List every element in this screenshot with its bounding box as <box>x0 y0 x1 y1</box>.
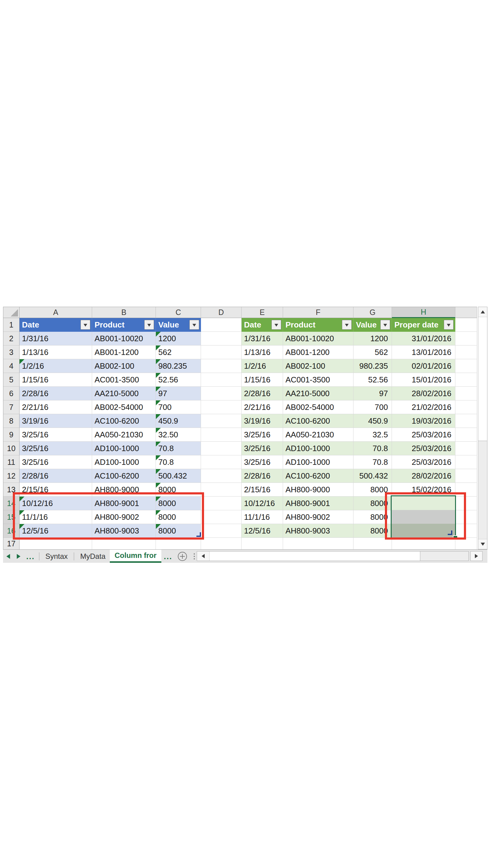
cell-G5[interactable]: 52.56 <box>354 373 392 387</box>
cell-B6[interactable]: AA210-5000 <box>92 387 156 400</box>
tab-overflow-right[interactable]: ... <box>161 553 175 559</box>
cell-I1[interactable] <box>455 318 477 332</box>
cell-F8[interactable]: AC100-6200 <box>283 414 354 428</box>
cell-H14[interactable] <box>392 497 455 510</box>
cell-B11[interactable]: AD100-1000 <box>92 455 156 469</box>
row-header-13[interactable]: 13 <box>3 483 20 497</box>
cell-A14[interactable]: 10/12/16 <box>20 497 92 510</box>
cell-B9[interactable]: AA050-21030 <box>92 428 156 442</box>
cell-G4[interactable]: 980.235 <box>354 359 392 373</box>
row-header-6[interactable]: 6 <box>3 387 20 400</box>
cell-C4[interactable]: 980.235 <box>156 359 201 373</box>
cell-H9[interactable]: 25/03/2016 <box>392 428 455 442</box>
sheet-nav-prev-button[interactable] <box>3 550 13 563</box>
row-header-17[interactable]: 17 <box>3 538 20 550</box>
header-cell-C1[interactable]: Value <box>156 318 201 332</box>
cell-H17[interactable] <box>392 538 455 550</box>
cell-A8[interactable]: 3/19/16 <box>20 414 92 428</box>
cell-D15[interactable] <box>201 510 241 524</box>
cell-A4[interactable]: 1/2/16 <box>20 359 92 373</box>
cell-E17[interactable] <box>241 538 283 550</box>
cell-A9[interactable]: 3/25/16 <box>20 428 92 442</box>
cell-B13[interactable]: AH800-9000 <box>92 483 156 497</box>
column-header-H[interactable]: H <box>392 307 455 318</box>
cell-C7[interactable]: 700 <box>156 400 201 414</box>
cell-I7[interactable] <box>455 400 477 414</box>
cell-D8[interactable] <box>201 414 241 428</box>
cell-C5[interactable]: 52.56 <box>156 373 201 387</box>
cell-B10[interactable]: AD100-1000 <box>92 442 156 455</box>
cell-E5[interactable]: 1/15/16 <box>241 373 283 387</box>
column-header-A[interactable]: A <box>20 307 92 318</box>
cell-C10[interactable]: 70.8 <box>156 442 201 455</box>
cell-H15[interactable] <box>392 510 455 524</box>
column-header-partial[interactable] <box>455 307 477 318</box>
cell-I10[interactable] <box>455 442 477 455</box>
cell-G6[interactable]: 97 <box>354 387 392 400</box>
cell-B5[interactable]: AC001-3500 <box>92 373 156 387</box>
cell-D12[interactable] <box>201 469 241 483</box>
cell-E9[interactable]: 3/25/16 <box>241 428 283 442</box>
cell-F3[interactable]: AB001-1200 <box>283 345 354 359</box>
cell-H4[interactable]: 02/01/2016 <box>392 359 455 373</box>
cell-A15[interactable]: 11/1/16 <box>20 510 92 524</box>
cell-I2[interactable] <box>455 332 477 345</box>
cell-G3[interactable]: 562 <box>354 345 392 359</box>
cell-D4[interactable] <box>201 359 241 373</box>
cell-I16[interactable] <box>455 524 477 538</box>
cell-F2[interactable]: AB001-10020 <box>283 332 354 345</box>
add-sheet-button[interactable] <box>178 552 187 561</box>
cell-G7[interactable]: 700 <box>354 400 392 414</box>
cell-E10[interactable]: 3/25/16 <box>241 442 283 455</box>
cell-F12[interactable]: AC100-6200 <box>283 469 354 483</box>
cell-A5[interactable]: 1/15/16 <box>20 373 92 387</box>
cell-E11[interactable]: 3/25/16 <box>241 455 283 469</box>
sheet-nav-next-button[interactable] <box>13 550 24 563</box>
row-header-5[interactable]: 5 <box>3 373 20 387</box>
scroll-up-button[interactable] <box>478 307 487 317</box>
cell-I4[interactable] <box>455 359 477 373</box>
cell-D1[interactable] <box>201 318 241 332</box>
cell-G14[interactable]: 8000 <box>354 497 392 510</box>
cell-I17[interactable] <box>455 538 477 550</box>
scroll-down-button[interactable] <box>478 539 487 549</box>
row-header-14[interactable]: 14 <box>3 497 20 510</box>
fill-handle[interactable] <box>453 535 458 540</box>
row-header-15[interactable]: 15 <box>3 510 20 524</box>
row-header-7[interactable]: 7 <box>3 400 20 414</box>
row-header-12[interactable]: 12 <box>3 469 20 483</box>
cell-I15[interactable] <box>455 510 477 524</box>
cell-B2[interactable]: AB001-10020 <box>92 332 156 345</box>
cell-D17[interactable] <box>201 538 241 550</box>
cell-E14[interactable]: 10/12/16 <box>241 497 283 510</box>
cell-B12[interactable]: AC100-6200 <box>92 469 156 483</box>
cell-C15[interactable]: 8000 <box>156 510 201 524</box>
cell-F10[interactable]: AD100-1000 <box>283 442 354 455</box>
table-resize-handle-left-table[interactable] <box>196 532 201 537</box>
cell-B8[interactable]: AC100-6200 <box>92 414 156 428</box>
tab-mydata[interactable]: MyData <box>76 550 110 563</box>
cell-F15[interactable]: AH800-9002 <box>283 510 354 524</box>
cell-H13[interactable]: 15/02/2016 <box>392 483 455 497</box>
column-header-F[interactable]: F <box>283 307 354 318</box>
cell-H2[interactable]: 31/01/2016 <box>392 332 455 345</box>
cell-H7[interactable]: 21/02/2016 <box>392 400 455 414</box>
cell-D9[interactable] <box>201 428 241 442</box>
cell-A11[interactable]: 3/25/16 <box>20 455 92 469</box>
column-header-G[interactable]: G <box>354 307 392 318</box>
cell-I9[interactable] <box>455 428 477 442</box>
cell-F17[interactable] <box>283 538 354 550</box>
cell-E4[interactable]: 1/2/16 <box>241 359 283 373</box>
cell-A16[interactable]: 12/5/16 <box>20 524 92 538</box>
tab-column-from-active[interactable]: Column fror <box>110 550 161 563</box>
row-header-2[interactable]: 2 <box>3 332 20 345</box>
filter-button-A1[interactable] <box>80 320 90 330</box>
cell-F6[interactable]: AA210-5000 <box>283 387 354 400</box>
cell-A13[interactable]: 2/15/16 <box>20 483 92 497</box>
cell-E8[interactable]: 3/19/16 <box>241 414 283 428</box>
cell-F13[interactable]: AH800-9000 <box>283 483 354 497</box>
cell-A17[interactable] <box>20 538 92 550</box>
cell-A6[interactable]: 2/28/16 <box>20 387 92 400</box>
cell-F7[interactable]: AB002-54000 <box>283 400 354 414</box>
column-header-E[interactable]: E <box>241 307 283 318</box>
